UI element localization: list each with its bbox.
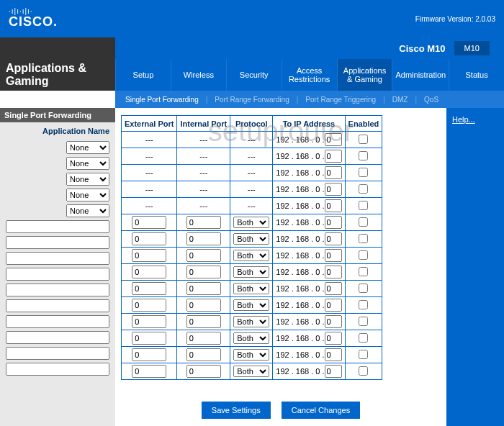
protocol-select[interactable]: Both [233,299,269,311]
enable-checkbox[interactable] [359,135,368,144]
app-preset-select[interactable]: None [66,173,109,186]
internal-port-input[interactable] [186,365,221,378]
ip-last-octet-input[interactable] [325,332,342,345]
protocol-select[interactable]: Both [233,233,269,245]
sidebar: Single Port Forwarding Application Name … [0,108,115,426]
app-name-input[interactable] [6,347,109,360]
ip-cell: 192 . 168 . 0 . [273,198,345,214]
app-name-input[interactable] [6,252,109,265]
app-preset-select[interactable]: None [66,189,109,201]
protocol-select[interactable]: Both [233,283,269,294]
ip-last-octet-input[interactable] [325,315,342,328]
enable-checkbox[interactable] [359,350,368,359]
enable-checkbox[interactable] [359,267,368,276]
app-name-input[interactable] [6,268,109,281]
help-link[interactable]: Help... [452,115,475,124]
cancel-button[interactable]: Cancel Changes [282,402,360,419]
app-name-input[interactable] [6,299,109,312]
protocol-select[interactable]: Both [233,316,269,327]
internal-port-input[interactable] [186,332,221,345]
app-name-input[interactable] [6,363,109,376]
external-port-input[interactable] [132,332,166,345]
external-port-input[interactable] [132,348,166,361]
external-port-input[interactable] [132,216,166,229]
internal-port-input[interactable] [186,282,221,295]
internal-port-input[interactable] [186,232,221,245]
ip-last-octet-input[interactable] [325,249,342,262]
ip-last-octet-input[interactable] [325,216,342,229]
protocol-select[interactable]: Both [233,250,269,261]
protocol-select[interactable]: Both [233,332,269,344]
ip-last-octet-input[interactable] [325,133,342,146]
app-name-input[interactable] [6,220,109,233]
external-port-input[interactable] [132,365,166,378]
enable-checkbox[interactable] [359,184,368,194]
ip-prefix: 192 . 168 . 0 . [276,284,324,293]
protocol-select[interactable]: Both [233,366,269,377]
enable-checkbox[interactable] [359,317,368,326]
subnav-port-range-forwarding[interactable]: Port Range Forwarding [210,96,293,104]
internal-port-input[interactable] [186,249,221,262]
subnav-single-port-forwarding[interactable]: Single Port Forwarding [121,96,203,104]
fixed-cell: --- [177,181,230,198]
ip-last-octet-input[interactable] [325,282,342,295]
ip-last-octet-input[interactable] [325,348,342,361]
internal-port-input[interactable] [186,315,221,328]
subnav-port-range-triggering[interactable]: Port Range Triggering [301,96,380,104]
ip-last-octet-input[interactable] [325,365,342,378]
internal-port-input[interactable] [186,216,221,229]
tab-wireless[interactable]: Wireless [171,59,226,91]
enable-checkbox[interactable] [359,300,368,309]
subnav: Single Port Forwarding|Port Range Forwar… [115,91,504,108]
tab-setup[interactable]: Setup [115,59,171,91]
enable-checkbox[interactable] [359,284,368,293]
enable-checkbox[interactable] [359,217,368,227]
protocol-select[interactable]: Both [233,217,269,228]
enable-checkbox[interactable] [359,168,368,177]
app-name-input[interactable] [6,236,109,249]
external-port-input[interactable] [132,299,166,312]
subnav-qos[interactable]: QoS [420,96,443,104]
enable-checkbox[interactable] [359,250,368,260]
protocol-select[interactable]: Both [233,349,269,361]
table-row: Both192 . 168 . 0 . [122,264,382,281]
enable-checkbox[interactable] [359,151,368,160]
tab-administration[interactable]: Administration [392,59,449,91]
external-port-input[interactable] [132,315,166,328]
enable-checkbox[interactable] [359,201,368,210]
app-name-input[interactable] [6,331,109,344]
internal-port-input[interactable] [186,348,221,361]
ip-last-octet-input[interactable] [325,183,342,196]
internal-port-input[interactable] [186,299,221,312]
external-port-input[interactable] [132,232,166,245]
ip-last-octet-input[interactable] [325,232,342,245]
app-name-input[interactable] [6,284,109,296]
app-preset-select[interactable]: None [66,157,109,170]
enable-checkbox[interactable] [359,234,368,243]
save-button[interactable]: Save Settings [202,402,271,419]
ip-last-octet-input[interactable] [325,166,342,179]
tab-status[interactable]: Status [449,59,504,91]
ip-last-octet-input[interactable] [325,266,342,278]
app-name-input[interactable] [6,315,109,328]
tab-access-restrictions[interactable]: Access Restrictions [282,59,337,91]
ip-last-octet-input[interactable] [325,299,342,312]
tab-applications-gaming[interactable]: Applications & Gaming [337,59,392,91]
app-preset-select[interactable]: None [66,204,109,217]
enable-checkbox[interactable] [359,333,368,343]
external-port-input[interactable] [132,282,166,295]
external-port-input[interactable] [132,266,166,278]
table-row: ---------192 . 168 . 0 . [122,181,382,198]
external-port-input[interactable] [132,249,166,262]
app-preset-select[interactable]: None [66,141,109,154]
tab-security[interactable]: Security [226,59,282,91]
ip-last-octet-input[interactable] [325,150,342,163]
protocol-select[interactable]: Both [233,266,269,278]
internal-port-input[interactable] [186,266,221,278]
ip-prefix: 192 . 168 . 0 . [276,135,324,144]
subnav-dmz[interactable]: DMZ [388,96,413,104]
fixed-cell: --- [230,181,273,198]
ip-cell: 192 . 168 . 0 . [273,281,345,297]
enable-checkbox[interactable] [359,366,368,376]
ip-last-octet-input[interactable] [325,199,342,212]
